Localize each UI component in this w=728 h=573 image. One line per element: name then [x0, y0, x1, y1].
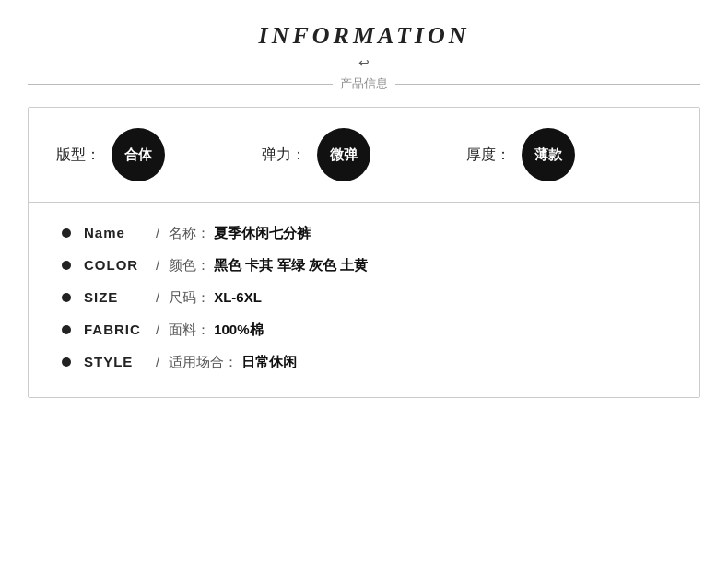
info-value: 100%棉 — [214, 322, 263, 339]
tag-group-banxing: 版型： 合体 — [56, 128, 262, 181]
info-sep: / — [156, 289, 159, 305]
info-label: 颜色： — [169, 257, 210, 275]
tag-label-houdu: 厚度： — [466, 146, 511, 165]
info-section: Name / 名称：夏季休闲七分裤COLOR / 颜色：黑色 卡其 军绿 灰色 … — [29, 203, 699, 397]
info-value: 日常休闲 — [241, 354, 297, 371]
bullet-icon — [62, 325, 71, 334]
divider-left — [28, 84, 333, 85]
info-value: 夏季休闲七分裤 — [214, 225, 311, 242]
info-item: FABRIC / 面料：100%棉 — [62, 322, 666, 339]
info-key: Name — [84, 225, 147, 240]
main-box: 版型： 合体 弹力： 微弹 厚度： 薄款 Name / 名称：夏季休闲七分裤CO… — [28, 107, 700, 398]
tag-badge-houdu: 薄款 — [522, 128, 575, 181]
info-sep: / — [156, 225, 159, 240]
info-key: SIZE — [84, 289, 147, 305]
tag-label-tanli: 弹力： — [262, 146, 306, 165]
bullet-icon — [62, 293, 71, 302]
info-key: COLOR — [84, 257, 147, 273]
bullet-icon — [62, 357, 71, 367]
bullet-icon — [62, 228, 71, 238]
info-item: STYLE / 适用场合：日常休闲 — [62, 354, 666, 371]
tag-group-houdu: 厚度： 薄款 — [466, 128, 672, 181]
tag-badge-banxing: 合体 — [112, 128, 165, 181]
divider-row: 产品信息 — [28, 76, 700, 92]
info-item: Name / 名称：夏季休闲七分裤 — [62, 225, 666, 242]
info-label: 尺码： — [169, 289, 210, 307]
info-value: 黑色 卡其 军绿 灰色 土黄 — [214, 257, 368, 275]
page-title: INFORMATION — [259, 22, 470, 50]
info-key: STYLE — [84, 354, 147, 369]
info-label: 适用场合： — [169, 354, 238, 371]
tag-group-tanli: 弹力： 微弹 — [262, 128, 467, 181]
subtitle: 产品信息 — [340, 76, 388, 92]
tag-label-banxing: 版型： — [56, 146, 100, 165]
info-sep: / — [156, 354, 159, 369]
info-label: 面料： — [169, 322, 210, 339]
tag-badge-tanli: 微弹 — [317, 128, 370, 181]
info-sep: / — [156, 257, 159, 273]
header-icon: ↩ — [358, 55, 370, 70]
info-key: FABRIC — [84, 322, 147, 337]
tags-section: 版型： 合体 弹力： 微弹 厚度： 薄款 — [29, 108, 699, 203]
info-label: 名称： — [169, 225, 210, 242]
bullet-icon — [62, 261, 71, 270]
info-value: XL-6XL — [214, 289, 262, 305]
divider-right — [395, 84, 700, 85]
info-sep: / — [156, 322, 159, 337]
info-item: COLOR / 颜色：黑色 卡其 军绿 灰色 土黄 — [62, 257, 666, 275]
info-item: SIZE / 尺码：XL-6XL — [62, 289, 666, 307]
